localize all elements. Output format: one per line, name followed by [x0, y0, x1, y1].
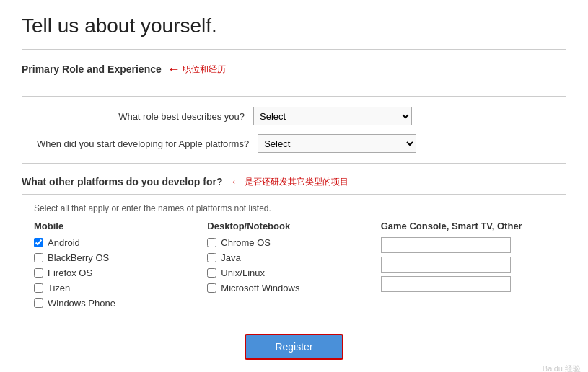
tizen-checkbox[interactable]	[34, 283, 43, 293]
primary-role-section: Primary Role and Experience ← 职位和经历	[22, 63, 566, 86]
platforms-arrow-icon: ←	[229, 175, 242, 188]
register-button[interactable]: Register	[245, 334, 343, 360]
other-platforms-section: What other platforms do you develop for?…	[22, 175, 566, 188]
role-label: What role best describes you?	[37, 111, 253, 122]
list-item: Firefox OS	[34, 267, 207, 278]
game-console-input-1[interactable]	[381, 237, 511, 253]
blackberry-checkbox[interactable]	[34, 253, 43, 262]
primary-role-form: What role best describes you? Select Dev…	[22, 96, 566, 164]
platforms-annotation: ← 是否还研发其它类型的项目	[229, 175, 348, 188]
title-annotation: ← 职位和经历	[167, 63, 226, 76]
list-item: BlackBerry OS	[34, 252, 207, 263]
game-console-column: Game Console, Smart TV, Other	[381, 221, 554, 313]
blackberry-label: BlackBerry OS	[48, 252, 109, 263]
mswindows-label: Microsoft Windows	[221, 283, 299, 293]
register-area: Register	[22, 334, 566, 360]
android-checkbox[interactable]	[34, 238, 43, 247]
tizen-label: Tizen	[48, 283, 70, 293]
list-item: Java	[207, 252, 380, 263]
platforms-hint: Select all that apply or enter the names…	[34, 203, 554, 213]
desktop-header: Desktop/Notebook	[207, 221, 380, 231]
list-item: Microsoft Windows	[207, 283, 380, 293]
primary-role-title: Primary Role and Experience ← 职位和经历	[22, 63, 226, 76]
page-title: Tell us about yourself.	[22, 14, 566, 37]
list-item: Tizen	[34, 283, 207, 293]
mobile-column: Mobile Android BlackBerry OS Firefox OS …	[34, 221, 207, 313]
game-console-header: Game Console, Smart TV, Other	[381, 221, 554, 231]
android-label: Android	[48, 237, 80, 248]
firefox-checkbox[interactable]	[34, 268, 43, 278]
start-select[interactable]: Select Less than 1 year 1-3 years 3-5 ye…	[258, 134, 416, 153]
desktop-column: Desktop/Notebook Chrome OS Java Unix/Lin…	[207, 221, 380, 313]
platforms-columns: Mobile Android BlackBerry OS Firefox OS …	[34, 221, 554, 313]
platforms-box: Select all that apply or enter the names…	[22, 194, 566, 322]
list-item: Windows Phone	[34, 298, 207, 309]
unixlinux-label: Unix/Linux	[221, 267, 265, 278]
list-item: Chrome OS	[207, 237, 380, 248]
list-item: Unix/Linux	[207, 267, 380, 278]
role-row: What role best describes you? Select Dev…	[37, 107, 551, 125]
chromeos-checkbox[interactable]	[207, 238, 216, 247]
java-label: Java	[221, 252, 240, 263]
game-console-input-3[interactable]	[381, 276, 511, 292]
windowsphone-checkbox[interactable]	[34, 298, 43, 308]
windowsphone-label: Windows Phone	[48, 298, 115, 309]
watermark: Baidu 经验	[543, 363, 581, 372]
start-developing-row: When did you start developing for Apple …	[37, 134, 551, 153]
divider	[22, 49, 566, 50]
role-select[interactable]: Select Developer Designer Manager Studen…	[253, 107, 412, 125]
unixlinux-checkbox[interactable]	[207, 268, 216, 278]
mswindows-checkbox[interactable]	[207, 283, 216, 293]
chromeos-label: Chrome OS	[221, 237, 271, 248]
firefox-label: Firefox OS	[48, 267, 92, 278]
platforms-title: What other platforms do you develop for?	[22, 176, 222, 187]
arrow-icon: ←	[167, 63, 180, 76]
game-console-input-2[interactable]	[381, 257, 511, 273]
list-item: Android	[34, 237, 207, 248]
mobile-header: Mobile	[34, 221, 207, 231]
java-checkbox[interactable]	[207, 253, 216, 262]
start-label: When did you start developing for Apple …	[37, 138, 258, 149]
